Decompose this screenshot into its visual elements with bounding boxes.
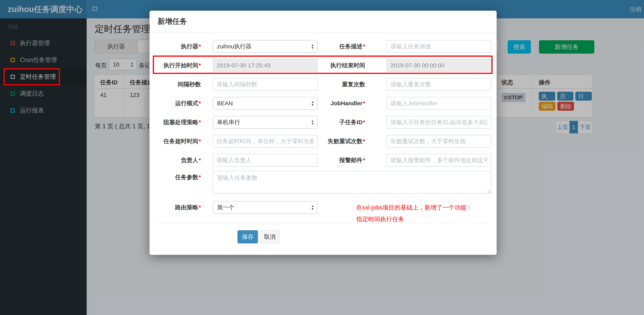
form-row: 间隔秒数重复次数: [150, 78, 497, 91]
field-control: [386, 154, 491, 167]
form-row: 负责人*报警邮件*: [150, 154, 497, 167]
field-label-job-param: 任务参数*: [150, 171, 201, 184]
feature-note-line-2: 指定时间执行任务: [356, 213, 496, 225]
block-strategy-select[interactable]: 单机串行▲▼: [213, 116, 318, 129]
child-job-id-input[interactable]: [386, 116, 491, 129]
field-control: 单机串行▲▼: [213, 116, 318, 129]
repeat-count-input[interactable]: [386, 78, 491, 91]
field-label-end-time: 执行结束时间: [318, 59, 365, 72]
end-time-input[interactable]: [386, 59, 491, 72]
required-asterisk: *: [198, 100, 201, 107]
field-control: [213, 135, 318, 148]
select-arrows-icon: ▲▼: [311, 119, 314, 125]
modal-footer-divider: [158, 223, 488, 224]
required-asterisk: *: [198, 43, 201, 50]
field-label-alarm-email: 报警邮件*: [318, 154, 365, 167]
required-asterisk: *: [363, 138, 365, 145]
form-row: 执行器*zuihou执行器▲▼任务描述*: [150, 40, 497, 53]
required-asterisk: *: [363, 157, 365, 163]
select-arrows-icon: ▲▼: [311, 100, 314, 106]
feature-note: 在xxl-jobs项目的基础上，新增了一个功能： 指定时间执行任务: [356, 202, 496, 225]
field-label-block-strategy: 阻塞处理策略*: [150, 116, 201, 129]
field-control: [386, 78, 491, 91]
select-arrows-icon: ▲▼: [311, 44, 314, 49]
required-asterisk: *: [198, 119, 201, 126]
save-button[interactable]: 保存: [238, 230, 258, 243]
route-strategy-select[interactable]: 第一个 ▲▼: [213, 201, 318, 214]
field-control: [213, 78, 318, 91]
run-mode-value: BEAN: [217, 97, 233, 109]
modal-header-divider: [150, 33, 497, 33]
field-control: [386, 59, 491, 72]
owner-input[interactable]: [213, 154, 318, 167]
field-control: zuihou执行器▲▼: [213, 40, 318, 53]
field-label-start-time: 执行开始时间*: [150, 59, 201, 72]
job-timeout-input[interactable]: [213, 135, 318, 148]
required-asterisk: *: [198, 157, 201, 163]
job-handler-input[interactable]: [386, 97, 491, 110]
field-label-job-timeout: 任务超时时间*: [150, 135, 201, 148]
field-label-repeat-count: 重复次数: [318, 78, 365, 91]
field-control: [386, 135, 491, 148]
executor-select[interactable]: zuihou执行器▲▼: [213, 40, 318, 53]
app-root: zuihou任务调度中心 注销 导航 执行器管理Cron任务管理定时任务管理调度…: [0, 0, 644, 315]
form-row: 执行开始时间*执行结束时间: [150, 59, 497, 72]
field-control: [386, 97, 491, 110]
field-label-child-job-id: 子任务ID*: [318, 116, 365, 129]
field-label-run-mode: 运行模式*: [150, 97, 201, 110]
route-strategy-value: 第一个: [217, 201, 234, 213]
field-control: [386, 40, 491, 53]
required-asterisk: *: [363, 119, 365, 126]
feature-note-line-1: 在xxl-jobs项目的基础上，新增了一个功能：: [356, 202, 496, 213]
run-mode-select[interactable]: BEAN▲▼: [213, 97, 318, 110]
field-label-executor: 执行器*: [150, 40, 201, 53]
job-desc-input[interactable]: [386, 40, 491, 53]
required-asterisk: *: [363, 43, 365, 50]
field-label-route-strategy: 路由策略*: [150, 201, 201, 214]
required-asterisk: *: [363, 100, 365, 107]
executor-value: zuihou执行器: [217, 41, 252, 53]
fail-retry-count-input[interactable]: [386, 135, 491, 148]
field-control: [213, 154, 318, 167]
interval-seconds-input[interactable]: [213, 78, 318, 91]
cancel-button[interactable]: 取消: [260, 230, 280, 243]
form-row: 任务超时时间*失败重试次数*: [150, 135, 497, 148]
field-label-interval-seconds: 间隔秒数: [150, 78, 201, 91]
field-label-fail-retry-count: 失败重试次数*: [318, 135, 365, 148]
job-param-textarea[interactable]: [213, 171, 491, 193]
required-asterisk: *: [198, 62, 201, 69]
alarm-email-input[interactable]: [386, 154, 491, 167]
block-strategy-value: 单机串行: [217, 116, 240, 128]
required-asterisk: *: [198, 204, 201, 211]
resize-grip-icon[interactable]: [488, 190, 491, 193]
required-asterisk: *: [198, 138, 201, 145]
required-asterisk: *: [198, 174, 201, 181]
form-row: 运行模式*BEAN▲▼JobHandler*: [150, 97, 497, 110]
field-control: BEAN▲▼: [213, 97, 318, 110]
field-label-job-handler: JobHandler*: [318, 97, 365, 110]
add-job-modal: 新增任务 执行器*zuihou执行器▲▼任务描述*执行开始时间*执行结束时间间隔…: [150, 11, 497, 255]
field-label-job-desc: 任务描述*: [318, 40, 365, 53]
field-control: [386, 116, 491, 129]
field-control: [213, 59, 318, 72]
select-arrows-icon: ▲▼: [311, 204, 314, 210]
field-label-owner: 负责人*: [150, 154, 201, 167]
start-time-input[interactable]: [213, 59, 318, 72]
form-row: 阻塞处理策略*单机串行▲▼子任务ID*: [150, 116, 497, 129]
modal-title: 新增任务: [158, 17, 187, 26]
